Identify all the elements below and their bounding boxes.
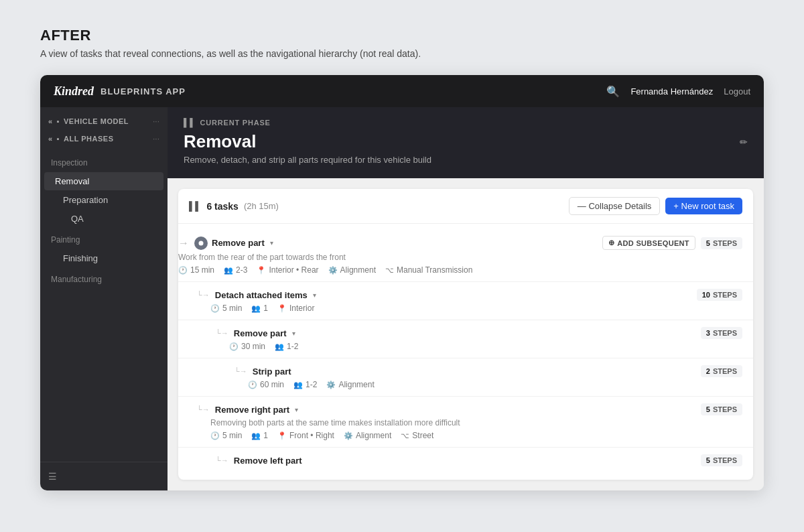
task-dropdown-icon[interactable]: ▾ <box>292 330 295 337</box>
task-row-left: └→ Remove right part ▾ <box>197 405 298 415</box>
add-subsequent-button[interactable]: ⊕ ADD SUBSEQUENT <box>602 236 695 250</box>
sidebar-item-finishing[interactable]: Finishing <box>44 249 163 267</box>
app-window: Kindred BLUEPRINTS APP 🔍 Fernanda Hernán… <box>40 75 764 490</box>
meta-alignment: ⚙️ Alignment <box>328 265 376 275</box>
meta-time: 🕐 15 min <box>178 265 214 275</box>
search-icon[interactable]: 🔍 <box>606 85 620 98</box>
table-row: └→ Remove left part 5 STEPS <box>178 448 753 476</box>
table-row: └→ Remove right part ▾ 5 STEPS <box>178 397 753 448</box>
task-row-header: └→ Strip part 2 STEPS <box>234 365 742 377</box>
sidebar-vehicle-left: « ▪ VEHICLE MODEL <box>48 117 129 125</box>
meta-people: 👥 1-2 <box>275 342 298 351</box>
steps-badge: 5 STEPS <box>701 403 742 415</box>
steps-count: 5 <box>706 239 710 247</box>
sidebar-item-preparation[interactable]: Preparation <box>44 191 163 209</box>
phase-edit-icon[interactable]: ✏ <box>740 137 748 147</box>
task-row-header: └→ Remove right part ▾ 5 STEPS <box>197 403 742 415</box>
logo: Kindred <box>54 84 94 98</box>
task-dropdown-icon[interactable]: ▾ <box>295 406 298 413</box>
people-icon: 👥 <box>275 342 284 351</box>
people-icon: 👥 <box>224 266 233 275</box>
task-arrow-icon: → <box>178 237 189 249</box>
tasks-count-text: 6 tasks <box>206 201 238 212</box>
task-row-right: 5 STEPS <box>701 403 742 415</box>
sidebar-vehicle-menu[interactable]: ··· <box>153 117 159 126</box>
tasks-bar-icon: ▌▌ <box>189 201 201 211</box>
collapse-details-button[interactable]: — Collapse Details <box>569 197 661 215</box>
meta-location: 📍 Interior <box>277 304 314 313</box>
add-subsequent-label: ADD SUBSEQUENT <box>617 239 689 247</box>
sidebar-inspection-group: Removal Preparation QA <box>40 170 168 230</box>
sidebar-phases-menu[interactable]: ··· <box>153 134 159 143</box>
task-meta: 🕐 30 min 👥 1-2 <box>216 342 742 351</box>
clock-icon: 🕐 <box>178 266 188 275</box>
connector-icon: └→ <box>216 329 228 337</box>
task-description: Work from the rear of the part towards t… <box>178 253 742 262</box>
task-row-header: └→ Detach attached items ▾ 10 STEPS <box>197 289 742 301</box>
steps-badge: 3 STEPS <box>701 327 742 339</box>
task-row-right: 3 STEPS <box>701 327 742 339</box>
task-icon <box>194 237 208 250</box>
street-icon: ⌥ <box>401 431 409 440</box>
phase-bar-icon: ▌▌ <box>184 118 196 127</box>
meta-location: 📍 Interior • Rear <box>257 265 318 275</box>
page-subheading: A view of tasks that reveal connections,… <box>40 48 764 59</box>
sidebar-phases-header[interactable]: « ▪ ALL PHASES ··· <box>40 130 168 147</box>
sidebar-item-removal[interactable]: Removal <box>44 172 163 190</box>
top-nav: Kindred BLUEPRINTS APP 🔍 Fernanda Hernán… <box>40 75 764 107</box>
add-subsequent-icon: ⊕ <box>608 239 614 247</box>
main-layout: « ▪ VEHICLE MODEL ··· « ▪ ALL PHASES ··· <box>40 107 764 490</box>
people-icon: 👥 <box>251 431 261 440</box>
meta-people: 👥 1 <box>251 431 268 440</box>
task-dropdown-icon[interactable]: ▾ <box>270 239 273 247</box>
sidebar-phases-label: ALL PHASES <box>64 135 113 143</box>
page-header: AFTER A view of tasks that reveal connec… <box>40 27 764 59</box>
task-panel: ▌▌ 6 tasks (2h 15m) — Collapse Details +… <box>178 189 753 480</box>
task-row-left: └→ Strip part <box>234 367 291 377</box>
connector-icon: └→ <box>197 405 210 413</box>
sidebar: « ▪ VEHICLE MODEL ··· « ▪ ALL PHASES ··· <box>40 107 168 490</box>
nav-right: 🔍 Fernanda Hernández Logout <box>606 85 750 98</box>
task-row-header: └→ Remove left part 5 STEPS <box>216 454 742 466</box>
location-icon: 📍 <box>277 431 287 440</box>
alignment-icon: ⚙️ <box>328 266 338 275</box>
task-meta: 🕐 60 min 👥 1-2 ⚙️ Alignment <box>234 380 742 389</box>
content-area: ▌▌ CURRENT PHASE Removal ✏ Remove, detac… <box>168 107 764 490</box>
steps-badge: 10 STEPS <box>697 289 742 301</box>
phase-header: ▌▌ CURRENT PHASE Removal ✏ Remove, detac… <box>168 107 764 178</box>
sidebar-phases-left: « ▪ ALL PHASES <box>48 135 114 143</box>
task-row-right: ⊕ ADD SUBSEQUENT 5 STEPS <box>602 236 742 250</box>
logout-button[interactable]: Logout <box>724 86 750 96</box>
steps-badge: 5 STEPS <box>701 237 742 249</box>
collapse-phases-icon: « <box>48 135 53 143</box>
sidebar-phases-icon: ▪ <box>57 135 60 143</box>
page-wrapper: AFTER A view of tasks that reveal connec… <box>40 27 764 490</box>
steps-label: STEPS <box>713 329 737 337</box>
task-panel-actions: — Collapse Details + New root task <box>569 197 742 215</box>
sidebar-vehicle-header[interactable]: « ▪ VEHICLE MODEL ··· <box>40 113 168 130</box>
meta-alignment: ⚙️ Alignment <box>326 380 374 389</box>
sidebar-item-qa[interactable]: QA <box>44 210 163 228</box>
phase-title: Removal <box>184 131 256 152</box>
task-row-left: └→ Remove left part <box>216 456 302 466</box>
task-dropdown-icon[interactable]: ▾ <box>313 291 316 299</box>
people-icon: 👥 <box>251 304 261 313</box>
steps-count: 5 <box>706 456 710 464</box>
task-name: Detach attached items <box>215 290 308 300</box>
sidebar-painting-group: Finishing <box>40 247 168 269</box>
steps-label: STEPS <box>713 239 737 247</box>
task-name: Remove left part <box>234 456 302 466</box>
steps-label: STEPS <box>713 291 737 299</box>
new-root-task-button[interactable]: + New root task <box>665 198 742 214</box>
sidebar-inspection-label: Inspection <box>40 153 168 170</box>
clock-icon: 🕐 <box>210 304 220 313</box>
task-row-header: └→ Remove part ▾ 3 STEPS <box>216 327 742 339</box>
steps-count: 5 <box>706 405 710 413</box>
sidebar-menu-icon[interactable]: ☰ <box>48 471 57 482</box>
sidebar-bottom: ☰ <box>40 462 168 490</box>
phase-title-row: Removal ✏ <box>184 131 748 152</box>
clock-icon: 🕐 <box>210 431 220 440</box>
sidebar-vehicle-section: « ▪ VEHICLE MODEL ··· « ▪ ALL PHASES ··· <box>40 107 168 153</box>
task-row-right: 2 STEPS <box>701 365 742 377</box>
app-name: BLUEPRINTS APP <box>100 86 186 96</box>
